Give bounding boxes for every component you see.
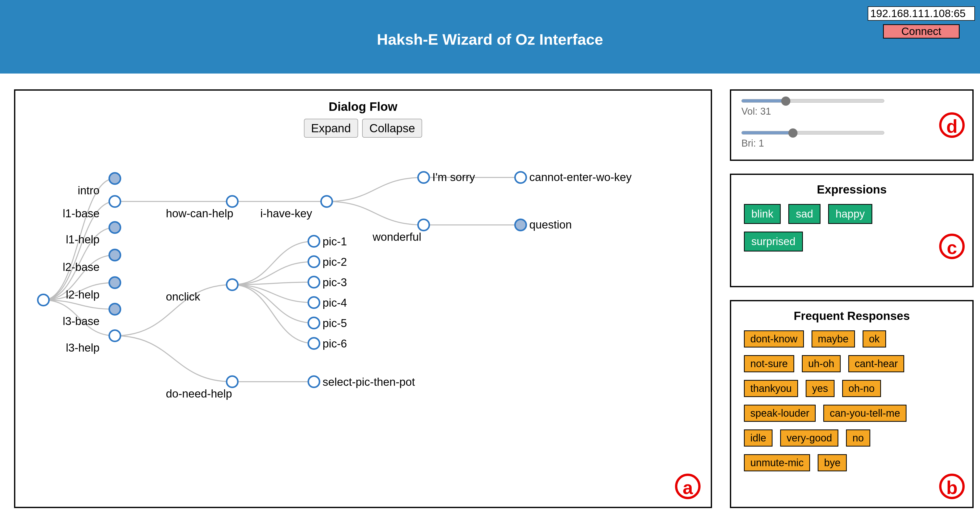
- response-button-no[interactable]: no: [846, 430, 870, 447]
- tree-node-pic-6[interactable]: pic-6: [308, 337, 347, 350]
- tree-node-cannot-enter[interactable]: cannot-enter-wo-key: [515, 171, 632, 183]
- svg-text:i-have-key: i-have-key: [260, 207, 312, 220]
- svg-text:pic-6: pic-6: [323, 337, 347, 350]
- svg-point-29: [308, 236, 320, 247]
- tree-node-do-need-help[interactable]: do-need-help: [166, 376, 238, 400]
- dialog-flow-panel: Dialog Flow Expand Collapse introl1-base…: [14, 89, 712, 508]
- svg-point-35: [308, 297, 320, 308]
- svg-text:intro: intro: [78, 184, 100, 197]
- svg-text:l1-base: l1-base: [63, 207, 100, 220]
- volume-label: Vol: 31: [741, 106, 884, 117]
- svg-text:select-pic-then-pot: select-pic-then-pot: [323, 376, 415, 388]
- tree-node-l1-help[interactable]: l1-help: [66, 222, 121, 245]
- tree-node-pic-1[interactable]: pic-1: [308, 235, 347, 248]
- expression-button-surprised[interactable]: surprised: [744, 232, 803, 252]
- svg-text:how-can-help: how-can-help: [166, 207, 233, 220]
- connect-button[interactable]: Connect: [883, 24, 959, 38]
- page-title: Haksh-E Wizard of Oz Interface: [0, 31, 980, 48]
- svg-text:pic-4: pic-4: [323, 296, 347, 309]
- response-button-unmute-mic[interactable]: unmute-mic: [744, 454, 810, 471]
- expression-button-happy[interactable]: happy: [828, 204, 872, 224]
- tree-node-pic-4[interactable]: pic-4: [308, 296, 347, 309]
- svg-text:wonderful: wonderful: [372, 231, 422, 243]
- response-button-idle[interactable]: idle: [744, 430, 773, 447]
- response-button-speak-louder[interactable]: speak-louder: [744, 405, 816, 422]
- svg-point-33: [308, 277, 320, 288]
- expression-button-sad[interactable]: sad: [788, 204, 821, 224]
- expressions-panel: Expressions blinksadhappysurprised c: [730, 174, 974, 287]
- svg-point-39: [308, 338, 320, 349]
- annotation-c: c: [939, 234, 965, 259]
- expand-button[interactable]: Expand: [304, 119, 358, 138]
- svg-point-7: [109, 250, 121, 261]
- svg-point-21: [418, 219, 429, 231]
- svg-point-3: [109, 196, 121, 207]
- svg-text:l2-help: l2-help: [66, 288, 100, 301]
- svg-text:pic-3: pic-3: [323, 276, 347, 288]
- tree-node-l1-base[interactable]: l1-base: [63, 196, 121, 220]
- svg-point-27: [227, 279, 238, 290]
- dialog-tree[interactable]: introl1-basel1-helpl2-basel2-helpl3-base…: [15, 142, 713, 507]
- svg-point-15: [227, 196, 238, 207]
- svg-text:onclick: onclick: [166, 290, 200, 303]
- tree-node-pic-3[interactable]: pic-3: [308, 276, 347, 288]
- response-button-yes[interactable]: yes: [806, 380, 834, 397]
- tree-node-i-have-key[interactable]: i-have-key: [260, 196, 332, 220]
- annotation-d: d: [939, 112, 965, 138]
- tree-node-select-pic[interactable]: select-pic-then-pot: [308, 376, 415, 388]
- svg-point-13: [109, 330, 121, 341]
- response-button-can-you-tell-me[interactable]: can-you-tell-me: [823, 405, 907, 422]
- tree-node-intro[interactable]: intro: [78, 173, 121, 197]
- tree-node-l3-help[interactable]: l3-help: [66, 330, 121, 354]
- svg-point-11: [109, 304, 121, 315]
- sliders-panel: Vol: 31 Bri: 1 d: [730, 89, 974, 161]
- response-button-ok[interactable]: ok: [862, 330, 886, 347]
- svg-point-1: [109, 173, 121, 184]
- response-button-bye[interactable]: bye: [818, 454, 847, 471]
- dialog-flow-toolbar: Expand Collapse: [15, 119, 711, 138]
- svg-point-25: [515, 219, 526, 231]
- svg-point-41: [227, 376, 238, 387]
- brightness-slider[interactable]: Bri: 1: [741, 130, 884, 149]
- response-button-thankyou[interactable]: thankyou: [744, 380, 798, 397]
- header: Haksh-E Wizard of Oz Interface Connect: [0, 0, 980, 73]
- svg-text:l2-base: l2-base: [63, 261, 100, 273]
- svg-text:l1-help: l1-help: [66, 233, 100, 245]
- annotation-b: b: [939, 474, 965, 499]
- svg-text:do-need-help: do-need-help: [166, 387, 232, 400]
- svg-text:l3-help: l3-help: [66, 341, 100, 354]
- responses-panel: Frequent Responses dont-knowmaybeoknot-s…: [730, 300, 974, 508]
- response-button-cant-hear[interactable]: cant-hear: [848, 355, 904, 372]
- collapse-button[interactable]: Collapse: [362, 119, 422, 138]
- svg-point-9: [109, 277, 121, 288]
- svg-text:pic-5: pic-5: [323, 317, 347, 330]
- brightness-label: Bri: 1: [741, 138, 884, 149]
- svg-text:question: question: [529, 218, 572, 231]
- response-button-not-sure[interactable]: not-sure: [744, 355, 794, 372]
- tree-node-im-sorry[interactable]: I'm sorry: [418, 171, 475, 183]
- response-button-oh-no[interactable]: oh-no: [842, 380, 881, 397]
- ip-input[interactable]: [868, 6, 975, 21]
- tree-node-how-can-help[interactable]: how-can-help: [166, 196, 238, 220]
- expression-button-blink[interactable]: blink: [744, 204, 781, 224]
- svg-point-17: [321, 196, 332, 207]
- response-button-uh-oh[interactable]: uh-oh: [802, 355, 841, 372]
- tree-node-root[interactable]: [38, 295, 49, 306]
- svg-point-43: [308, 376, 320, 387]
- tree-node-question[interactable]: question: [515, 218, 572, 231]
- tree-node-l2-base[interactable]: l2-base: [63, 250, 121, 273]
- svg-point-23: [515, 172, 526, 183]
- response-button-dont-know[interactable]: dont-know: [744, 330, 804, 347]
- response-button-very-good[interactable]: very-good: [780, 430, 838, 447]
- volume-slider[interactable]: Vol: 31: [741, 98, 884, 117]
- responses-title: Frequent Responses: [731, 309, 972, 323]
- svg-point-5: [109, 222, 121, 233]
- tree-node-l2-help[interactable]: l2-help: [66, 277, 121, 301]
- svg-point-19: [418, 172, 429, 183]
- svg-text:pic-2: pic-2: [323, 256, 347, 268]
- svg-text:pic-1: pic-1: [323, 235, 347, 248]
- response-button-maybe[interactable]: maybe: [811, 330, 855, 347]
- tree-node-pic-5[interactable]: pic-5: [308, 317, 347, 330]
- tree-node-pic-2[interactable]: pic-2: [308, 256, 347, 268]
- annotation-a: a: [675, 474, 700, 499]
